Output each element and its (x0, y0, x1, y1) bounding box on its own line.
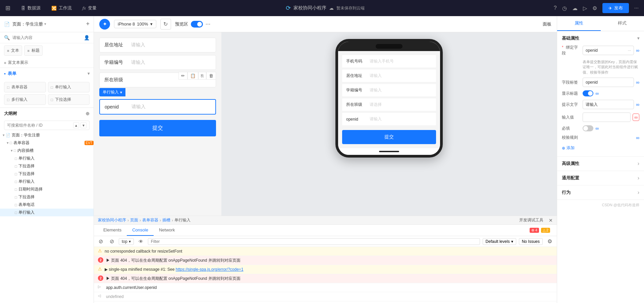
outline-up-button[interactable]: ▲ (73, 122, 79, 128)
devtools-close-button[interactable]: ✕ (549, 218, 553, 223)
bind-field-value-box[interactable]: openid ··· (583, 46, 634, 55)
run-button[interactable]: ▷ (583, 5, 587, 11)
required-link-icon[interactable]: ∞ (595, 126, 599, 131)
tree-item-select-2[interactable]: □ 下拉选择 (0, 170, 94, 178)
default-levels-selector[interactable]: Default levels ▾ (483, 238, 516, 245)
add-label: 添加 (567, 145, 575, 151)
preview-toggle[interactable] (191, 21, 203, 28)
component-item-richtext[interactable]: ≡ 富文本展示 (0, 58, 94, 68)
required-toggle[interactable] (583, 125, 593, 131)
tree-select1-label: 下拉选择 (18, 163, 94, 169)
settings-button[interactable]: ⚙ (592, 5, 597, 11)
tree-item-datetime[interactable]: □ 日期时间选择 (0, 185, 94, 193)
validation-link-icon[interactable]: ∞ (636, 135, 639, 140)
tree-item-form-container[interactable]: ▾ □ 表单容器 EVT (0, 139, 94, 147)
bind-field-link-icon[interactable]: ∞ (636, 48, 639, 53)
input-value-box[interactable] (583, 113, 631, 122)
component-item-multi-input[interactable]: □ 多行输入 (4, 94, 46, 105)
tab-console[interactable]: Console (127, 225, 154, 236)
field-label-value-box[interactable]: openid (583, 78, 634, 87)
copy-field-button[interactable]: 📋 (187, 72, 198, 80)
devtools-settings-button[interactable]: ⚙ (545, 237, 554, 245)
publish-button[interactable]: ✈ 发布 (602, 3, 629, 13)
show-label-link-icon[interactable]: ∞ (595, 91, 599, 96)
field-label-link-icon[interactable]: ∞ (636, 80, 639, 85)
tree-item-phone[interactable]: □ 表单电话 (0, 201, 94, 209)
tree-item-content-slot[interactable]: ▾ □ 内容插槽 (0, 147, 94, 155)
edit-field-button[interactable]: ✏ (178, 72, 187, 80)
tree-select3-icon: □ (15, 195, 17, 199)
devtools-stop-button[interactable]: ⊘ (97, 237, 105, 245)
more-icon[interactable]: ··· (628, 48, 631, 52)
input-value-link-icon[interactable]: ∞ (633, 114, 639, 121)
studentid-field-row[interactable]: 学籍编号 请输入 (99, 55, 216, 70)
preview-more-button[interactable]: ··· (206, 20, 211, 28)
top-selector[interactable]: top ▾ (119, 238, 134, 245)
no-issues-selector[interactable]: No Issues (519, 238, 543, 245)
history-button[interactable]: ◷ (562, 5, 567, 11)
tab-property[interactable]: 属性 (557, 16, 601, 31)
outline-search[interactable]: ▲ ▼ (4, 121, 90, 130)
tree-item-select-1[interactable]: □ 下拉选择 (0, 162, 94, 170)
breadcrumb-slot[interactable]: 插槽 (162, 217, 170, 223)
outline-down-button[interactable]: ▼ (80, 122, 87, 128)
add-page-button[interactable]: + (86, 20, 90, 28)
component-item-single-input[interactable]: □ 单行输入 (48, 82, 90, 92)
breadcrumb-app[interactable]: 家校协同小程序 (98, 217, 126, 223)
tab-network[interactable]: Network (154, 225, 180, 236)
component-item-dropdown[interactable]: □ 下拉选择 (48, 94, 90, 105)
show-label-toggle[interactable] (583, 90, 593, 96)
datasource-menu-item[interactable]: 🗄 数据源 (21, 5, 41, 11)
help-button[interactable]: ? (554, 5, 557, 11)
phone-submit-button[interactable]: 提交 (342, 130, 436, 144)
phone-field-class: 所在班级 请选择 (342, 98, 436, 111)
placeholder-value: 请输入 (586, 102, 598, 107)
show-label-switch[interactable] (583, 90, 593, 96)
outline-search-input[interactable] (7, 123, 72, 128)
tree-item-input-1[interactable]: □ 单行输入 (0, 155, 94, 162)
tab-elements[interactable]: Elements (98, 225, 127, 236)
tree-input2-label: 单行输入 (18, 179, 94, 184)
device-selector[interactable]: iPhone 8 100% ▾ (114, 20, 156, 28)
tree-item-page[interactable]: ▾ 📄 页面：学生注册 (0, 131, 94, 139)
required-switch[interactable] (583, 125, 593, 131)
log-line-2: 2 ▶ 页面 404，可以在生命周期配置 onAppPageNotFound 并… (94, 256, 557, 265)
top-chevron-icon: ▾ (129, 239, 131, 244)
component-item-form-container[interactable]: □ 表单容器 (4, 82, 46, 92)
refresh-button[interactable]: ↻ (160, 19, 171, 30)
save-button[interactable]: ☁ (572, 5, 578, 11)
workflow-menu-item[interactable]: 🔀 工作流 (51, 5, 72, 11)
devtools-clear-button[interactable]: ⊘ (108, 237, 116, 245)
design-mode-button[interactable]: ✦ (99, 19, 110, 30)
behavior-section[interactable]: 行为 › (557, 185, 644, 200)
add-rule-button[interactable]: ⊕ 添加 (562, 144, 575, 152)
duplicate-field-button[interactable]: ⎘ (198, 72, 206, 80)
placeholder-value-box[interactable]: 请输入 (583, 100, 634, 109)
eye-button[interactable]: 👁 (137, 238, 145, 245)
delete-field-button[interactable]: 🗑 (206, 72, 216, 80)
tree-item-input-3[interactable]: □ 单行输入 (0, 209, 94, 216)
outline-title: 大纲树 (4, 111, 17, 117)
component-item-title[interactable]: ≡ 标题 (24, 45, 42, 56)
openid-field-row[interactable]: openid 请输入 (99, 99, 216, 115)
tab-style[interactable]: 样式 (601, 16, 644, 31)
more-button[interactable]: ··· (634, 5, 639, 11)
field-type-badge[interactable]: 单行输入 ▾ (99, 88, 125, 96)
breadcrumb-form[interactable]: 表单容器 (142, 217, 158, 223)
variable-menu-item[interactable]: 𝑓𝑥 变量 (83, 5, 97, 11)
universal-section[interactable]: 通用配置 › (557, 171, 644, 185)
submit-button[interactable]: 提交 (99, 120, 216, 136)
advanced-section[interactable]: 高级属性 › (557, 157, 644, 171)
phone-notch-bar (376, 44, 402, 49)
grid-icon[interactable]: ⊞ (5, 4, 10, 12)
breadcrumb-page[interactable]: 页面 (130, 217, 138, 223)
page-title[interactable]: 页面：学生注册 ▾ (12, 21, 46, 27)
filter-input[interactable] (148, 238, 480, 245)
component-item-text[interactable]: ≡ 文本 (4, 45, 22, 56)
tree-item-input-2[interactable]: □ 单行输入 (0, 178, 94, 185)
search-input[interactable] (12, 35, 81, 40)
placeholder-link-icon[interactable]: ∞ (636, 102, 639, 107)
address-field-row[interactable]: 居住地址 请输入 (99, 38, 216, 52)
tree-item-select-3[interactable]: □ 下拉选择 (0, 193, 94, 201)
advanced-title: 高级属性 (562, 161, 579, 167)
